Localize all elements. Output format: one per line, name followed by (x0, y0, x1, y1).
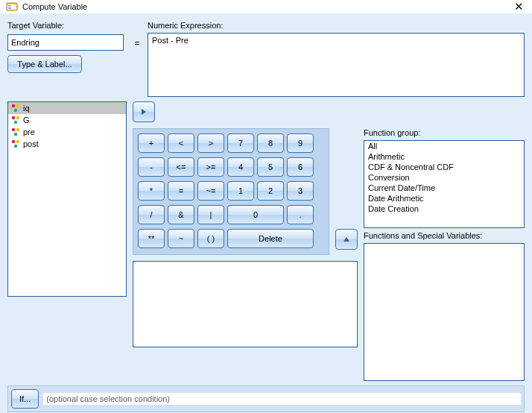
keypad-key[interactable]: / (138, 205, 165, 224)
function-group-list[interactable]: AllArithmeticCDF & Noncentral CDFConvers… (364, 140, 525, 228)
variable-row[interactable]: iq (8, 102, 126, 114)
keypad-key[interactable]: - (138, 157, 165, 177)
keypad-key[interactable]: > (197, 133, 224, 153)
svg-rect-3 (8, 7, 11, 7)
functions-special-vars-list[interactable] (364, 243, 525, 381)
svg-point-12 (16, 128, 19, 131)
variable-type-icon (11, 127, 20, 136)
keypad-key[interactable]: 3 (287, 181, 314, 201)
svg-point-15 (16, 140, 19, 143)
svg-point-9 (16, 116, 19, 119)
target-variable-label: Target Variable: (7, 21, 127, 30)
svg-point-6 (16, 104, 19, 107)
target-column: Target Variable: Type & Label... (7, 21, 127, 73)
variable-type-icon (11, 116, 20, 124)
arrow-up-icon (342, 235, 351, 244)
function-group-item[interactable]: CDF & Noncentral CDF (364, 162, 524, 172)
svg-point-13 (14, 133, 17, 136)
variable-name: pre (23, 127, 35, 136)
variable-name: G (23, 116, 30, 124)
variable-name: iq (23, 104, 30, 113)
variable-row[interactable]: pre (8, 126, 126, 138)
svg-point-10 (14, 121, 17, 124)
function-group-item[interactable]: Conversion (364, 172, 524, 183)
function-group-item[interactable]: All (364, 141, 524, 151)
middle-row: iqGprepost +<>789-<=>=456*=~=123/&|0.**~… (7, 101, 525, 381)
function-group-label: Function group: (364, 128, 525, 137)
keypad-key[interactable]: 0 (227, 205, 284, 224)
svg-point-11 (12, 128, 15, 131)
function-group-item[interactable]: Date Creation (364, 204, 524, 214)
keypad-key[interactable]: 2 (257, 181, 284, 201)
calc-area: +<>789-<=>=456*=~=123/&|0.**~( )Delete (133, 128, 358, 381)
keypad-key[interactable]: ~ (168, 229, 194, 248)
keypad-key[interactable]: 1 (227, 181, 254, 201)
variable-row[interactable]: post (8, 138, 126, 150)
app-icon (6, 1, 18, 13)
keypad-key[interactable]: 8 (257, 133, 284, 153)
keypad-key[interactable]: + (138, 133, 165, 153)
keypad-key[interactable]: ~= (197, 181, 224, 201)
variable-name: post (23, 139, 39, 148)
function-group-item[interactable]: Arithmetic (364, 151, 524, 162)
keypad-key[interactable]: = (168, 181, 194, 201)
if-condition-text: (optional case selection condition) (43, 393, 521, 405)
keypad-key[interactable]: 6 (287, 157, 314, 177)
keypad-key[interactable]: 9 (287, 133, 314, 153)
functions-special-vars-label: Functions and Special Variables: (364, 231, 525, 240)
keypad-key[interactable]: 7 (227, 133, 254, 153)
svg-rect-2 (8, 5, 11, 6)
keypad-key[interactable]: >= (197, 157, 224, 177)
arrow-right-icon (139, 107, 148, 116)
keypad-key[interactable]: 4 (227, 157, 254, 177)
keypad: +<>789-<=>=456*=~=123/&|0.**~( )Delete (133, 128, 329, 255)
numeric-expression-input[interactable]: Post - Pre (148, 33, 525, 97)
center-column: +<>789-<=>=456*=~=123/&|0.**~( )Delete F… (133, 101, 525, 381)
keypad-key[interactable]: . (287, 205, 314, 224)
if-button[interactable]: If... (11, 389, 39, 409)
variable-type-icon (11, 104, 20, 113)
variable-type-icon (11, 139, 20, 148)
function-group-item[interactable]: Current Date/Time (364, 183, 524, 193)
if-condition-row: If... (optional case selection condition… (7, 385, 525, 412)
move-up-button[interactable] (335, 229, 358, 250)
compute-variable-dialog: Compute Variable ✕ Target Variable: Type… (0, 0, 532, 413)
delete-key[interactable]: Delete (227, 229, 314, 248)
equals-sign: = (133, 39, 142, 48)
close-icon[interactable]: ✕ (511, 0, 526, 13)
svg-rect-4 (8, 8, 11, 9)
target-variable-input[interactable] (7, 34, 124, 51)
mid-main: +<>789-<=>=456*=~=123/&|0.**~( )Delete F… (133, 128, 525, 381)
keypad-key[interactable]: | (197, 205, 224, 224)
up-arrow-col (335, 128, 358, 250)
expression-column: Numeric Expression: Post - Pre (148, 21, 525, 97)
right-column: Function group: AllArithmeticCDF & Nonce… (364, 128, 525, 381)
variable-row[interactable]: G (8, 114, 126, 126)
dialog-body: Target Variable: Type & Label... = Numer… (0, 13, 532, 413)
keypad-key[interactable]: * (138, 181, 165, 201)
svg-point-7 (14, 109, 17, 112)
svg-point-8 (12, 116, 15, 119)
keypad-key[interactable]: < (168, 133, 194, 153)
description-box (133, 261, 358, 347)
top-row: Target Variable: Type & Label... = Numer… (7, 21, 525, 97)
window-title: Compute Variable (22, 2, 511, 11)
function-group-item[interactable]: Date Arithmetic (364, 193, 524, 204)
move-right-button[interactable] (133, 101, 155, 122)
keypad-key[interactable]: ( ) (197, 229, 224, 248)
keypad-key[interactable]: ** (138, 229, 165, 248)
svg-point-5 (12, 104, 15, 107)
numeric-expression-label: Numeric Expression: (148, 21, 525, 30)
title-bar: Compute Variable ✕ (0, 0, 532, 13)
svg-point-14 (12, 140, 15, 143)
keypad-key[interactable]: & (168, 205, 194, 224)
type-and-label-button[interactable]: Type & Label... (7, 55, 82, 73)
svg-point-16 (14, 145, 17, 148)
variable-list[interactable]: iqGprepost (7, 101, 127, 297)
keypad-key[interactable]: 5 (257, 157, 284, 177)
keypad-key[interactable]: <= (168, 157, 194, 177)
